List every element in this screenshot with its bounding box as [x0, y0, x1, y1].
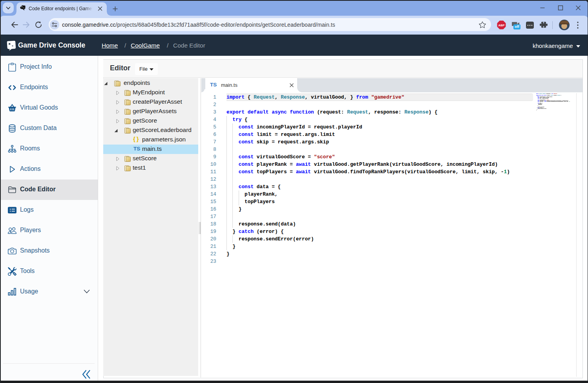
- svg-text:ABP: ABP: [499, 24, 505, 27]
